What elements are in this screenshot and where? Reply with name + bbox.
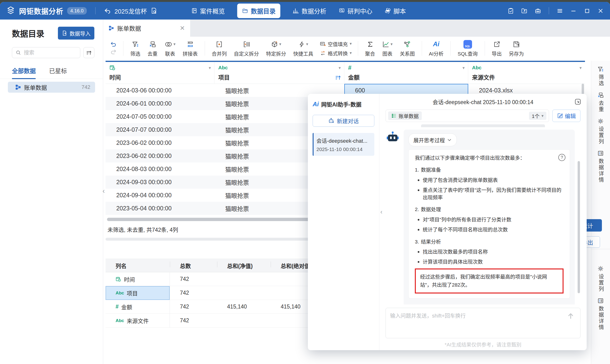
toolbar-custom-split[interactable]: 自定义拆分	[230, 40, 263, 57]
navbar-actions	[507, 7, 604, 14]
column-header-source[interactable]: Abc 来源文件 ▾	[468, 62, 585, 84]
menu-icon[interactable]	[557, 8, 563, 14]
rail-data-details-2[interactable]: 数据详情	[591, 298, 610, 331]
sidebar-collapse-icon[interactable]: ‹	[101, 185, 106, 196]
edit-button[interactable]: 编辑	[552, 110, 581, 122]
bullet-item: 重点关注了表中的"项目"这一列，因为我们需要统计不同项目的出现频率	[415, 186, 564, 201]
step-title: 3.结果分析	[415, 238, 564, 245]
tab-dataset[interactable]: 账单数据 ✕	[103, 20, 190, 37]
send-icon[interactable]	[567, 312, 574, 319]
nav-item-case-overview[interactable]: 案件概览	[191, 6, 225, 15]
chevron-down-icon: ▾	[279, 42, 281, 46]
tab-all-data[interactable]: 全部数据	[12, 66, 36, 78]
chevron-down-icon[interactable]: ▾	[338, 65, 341, 70]
right-rail: 筛选 去重 设置列 数据详情 设置列 数据详情	[591, 61, 610, 364]
navbar-left: 网钜数据分析 4.16.0 2025龙信杯	[6, 5, 157, 16]
toolbar-join[interactable]: ▾ 联表	[161, 40, 179, 57]
rail-dedupe[interactable]: 去重	[591, 92, 610, 113]
column-header-project[interactable]: Abc 项目 ▾	[214, 62, 344, 84]
bullet-item: 使用了包含消费记录的账单数据表	[415, 177, 564, 184]
toolbar-relation-graph[interactable]: 关系图	[396, 40, 418, 57]
toolbar-format-convert[interactable]: 格式转换 ▾	[320, 50, 352, 57]
rail-filter[interactable]: 筛选	[591, 66, 610, 87]
toolbar-null-fill[interactable]: 空值填充 ▾	[320, 40, 352, 47]
toolbar-specific-split[interactable]: ▾ 特定拆分	[263, 40, 290, 57]
close-icon[interactable]	[597, 8, 604, 14]
nav-item-data-catalog[interactable]: 数据目录	[237, 4, 280, 18]
chevron-down-icon[interactable]: ▾	[463, 65, 465, 70]
nav-item-data-analysis[interactable]: 数据分析	[293, 6, 326, 15]
selected-stats-cell: Abc 项目	[105, 286, 170, 300]
toolbar-filter[interactable]: 筛选	[127, 40, 144, 57]
bullet-item: 找出出现次数最多的项目名称	[415, 248, 564, 255]
toolbar-sql-query[interactable]: SQL SQL查询	[454, 40, 481, 57]
toolbar-dedupe[interactable]: 去重	[144, 40, 161, 57]
grid-header: 时间 ▾ Abc 项目 ▾ # 金额 ▾ Abc	[105, 62, 585, 84]
assistant-answer: 出现次数最多的项目是'小说网站'，共出现了282次。	[408, 303, 570, 304]
rail-column-settings-2[interactable]: 设置列	[591, 265, 610, 292]
chat-input[interactable]	[390, 311, 564, 335]
minimize-dialog-icon[interactable]	[574, 98, 581, 105]
sidebar-item-dataset[interactable]: 账单数据 742	[8, 82, 95, 93]
rail-column-settings[interactable]: 设置列	[591, 118, 610, 145]
column-header-time[interactable]: 时间 ▾	[105, 62, 214, 84]
panel-collapse-icon[interactable]: ‹	[380, 208, 382, 216]
sidebar-search[interactable]	[12, 47, 80, 58]
toolbar-ai-analysis[interactable]: Ai AI分析	[425, 40, 447, 57]
redo-icon[interactable]	[110, 49, 117, 55]
tab-close-icon[interactable]: ✕	[180, 25, 185, 31]
nav-item-script[interactable]: 脚本	[385, 6, 406, 15]
toolbar-chart[interactable]: ▾ 图表	[379, 40, 396, 57]
nav-item-research-center[interactable]: 研判中心	[338, 6, 372, 15]
case-file-icon[interactable]	[151, 7, 157, 14]
ai-assistant-dialog: Ai 网钜AI助手-数据 新建对话 会话-deepseek-chat... 20…	[308, 94, 587, 350]
chat-scrollbar[interactable]	[578, 161, 580, 293]
undo-icon[interactable]	[110, 41, 117, 48]
toolbar-aggregate[interactable]: 聚合	[362, 40, 379, 57]
toolbar-save-as[interactable]: 另存为	[506, 40, 528, 57]
ai-icon: Ai	[313, 101, 319, 108]
toolbar-quick-tools[interactable]: ▾ 快捷工具	[290, 40, 317, 57]
highlighted-conclusion: 经过这些步骤后，我们确定出现频率最高的项目是"小说网站"，共出现了282次。	[415, 269, 564, 294]
dataset-chip[interactable]: 账单数据	[388, 112, 422, 120]
chevron-down-icon: ▾	[350, 51, 352, 55]
dataset-count-dropdown[interactable]: 1个 ▾	[529, 112, 546, 120]
tab-starred[interactable]: 已星标	[49, 66, 67, 78]
calendar-icon	[109, 65, 116, 71]
open-folder-icon[interactable]	[521, 8, 528, 14]
maximize-icon[interactable]	[584, 8, 590, 14]
dataset-icon	[108, 25, 114, 31]
conversation-item[interactable]: 会话-deepseek-chat... 2025-11-10 00:00:14	[313, 133, 374, 156]
column-header-amount[interactable]: # 金额 ▾	[344, 62, 468, 84]
help-icon[interactable]: ?	[558, 154, 565, 161]
version-badge: 4.16.0	[67, 7, 87, 14]
chat-input-box	[386, 308, 581, 338]
bullet-item: 对"项目"列中的所有条目进行了分类计数	[415, 216, 564, 223]
number-type-icon: #	[348, 64, 351, 71]
dialog-title: 网钜AI助手-数据	[321, 100, 362, 108]
chevron-down-icon[interactable]: ▾	[209, 65, 211, 70]
new-chat-button[interactable]: 新建对话	[313, 115, 374, 127]
dialog-left-panel: Ai 网钜AI助手-数据 新建对话 会话-deepseek-chat... 20…	[308, 94, 379, 350]
toolbar-merge-columns[interactable]: 合并列	[208, 40, 230, 57]
data-import-button[interactable]: 数据导入	[58, 27, 94, 39]
minimize-icon[interactable]	[570, 8, 577, 14]
sort-active-icon[interactable]	[335, 75, 341, 81]
thinking-toggle[interactable]: 展开思考过程	[408, 133, 457, 146]
chat-area: 展开思考过程 ? 我们通过以下步骤来确定哪个项目出现次数最多： 1.数据准备 使…	[386, 128, 581, 304]
rail-data-details[interactable]: 数据详情	[591, 150, 610, 183]
chevron-down-icon: ▾	[541, 114, 544, 118]
sort-button[interactable]	[83, 47, 94, 58]
chevron-down-icon: ▾	[350, 42, 352, 46]
toolbox-icon[interactable]	[535, 8, 541, 14]
bullet-item: 统计了每个不同项目名称出现的总次数	[415, 226, 564, 233]
scrolled-message-edge	[421, 124, 545, 127]
ai-icon: Ai	[433, 40, 439, 48]
toolbar-export[interactable]: 导出	[488, 40, 506, 57]
back-icon[interactable]	[104, 7, 111, 14]
divider	[95, 7, 96, 14]
clipboard-check-icon[interactable]	[507, 8, 514, 14]
chevron-down-icon[interactable]: ▾	[580, 65, 582, 70]
search-input[interactable]	[24, 50, 77, 56]
toolbar-concat[interactable]: 拼接表	[179, 40, 201, 57]
